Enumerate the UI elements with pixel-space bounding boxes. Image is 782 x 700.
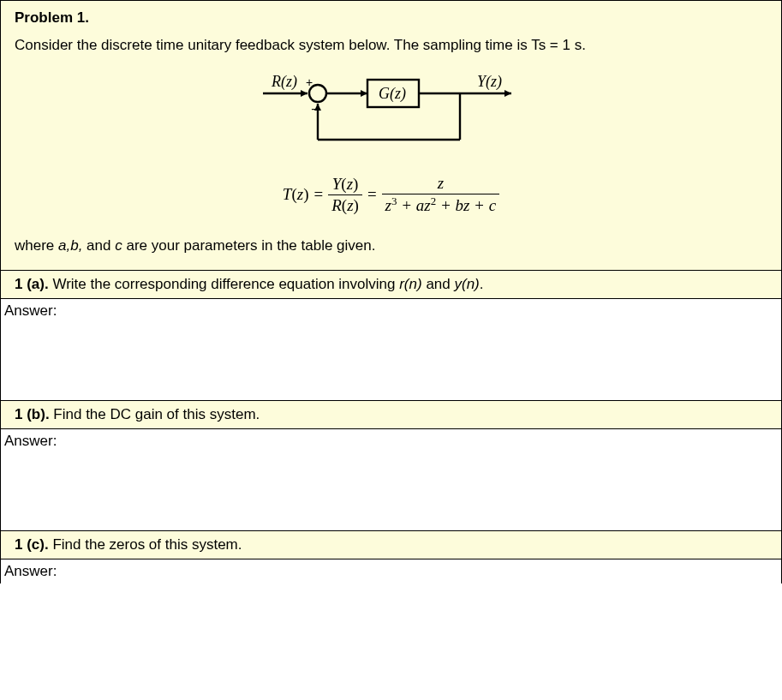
block-diagram: R(z) Y(z) + − G(z): [15, 71, 767, 157]
answer-space-b: [1, 453, 781, 530]
part-b-box: 1 (b). Find the DC gain of this system.: [1, 400, 781, 429]
svg-marker-3: [301, 90, 307, 97]
svg-point-4: [309, 85, 326, 102]
part-a-box: 1 (a). Write the corresponding differenc…: [1, 271, 781, 299]
answer-label-a: Answer:: [1, 299, 781, 323]
part-c-box: 1 (c). Find the zeros of this system.: [1, 530, 781, 559]
part-b-label: 1 (b).: [15, 406, 50, 422]
problem-box: Problem 1. Consider the discrete time un…: [1, 0, 781, 271]
answer-label-b: Answer:: [1, 429, 781, 453]
problem-heading: Problem 1.: [15, 9, 767, 27]
param-note: where a,b, and c are your parameters in …: [15, 237, 767, 254]
problem-intro: Consider the discrete time unitary feedb…: [15, 37, 767, 54]
svg-text:G(z): G(z): [379, 85, 406, 103]
svg-marker-10: [504, 90, 511, 97]
svg-marker-6: [361, 90, 367, 97]
part-a-label: 1 (a).: [15, 276, 49, 292]
r-label: R(z): [271, 73, 297, 91]
transfer-function-equation: T(z) = Y(z) R(z) = z z3 + az2 + bz + c: [15, 174, 767, 215]
part-c-label: 1 (c).: [15, 536, 49, 553]
answer-space-a: [1, 323, 781, 400]
answer-label-c: Answer:: [1, 559, 781, 583]
y-label: Y(z): [477, 73, 502, 91]
